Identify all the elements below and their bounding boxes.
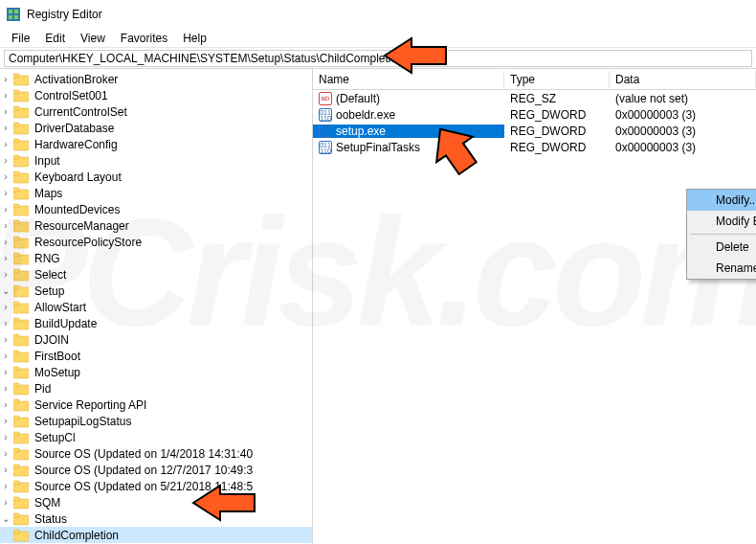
tree-item-source-os-updated-on-12-7-2017-10-49-3[interactable]: ›Source OS (Updated on 12/7/2017 10:49:3: [0, 462, 312, 478]
tree-toggle[interactable]: ›: [0, 220, 11, 232]
tree-toggle[interactable]: ›: [0, 171, 11, 183]
tree-item-sqm[interactable]: ›SQM: [0, 494, 312, 510]
menu-rename[interactable]: Rename: [687, 258, 756, 279]
tree-toggle[interactable]: ›: [0, 204, 11, 215]
binary-value-icon: 011110: [319, 125, 332, 138]
list-body: ab(Default)REG_SZ(value not set)011110oo…: [313, 90, 756, 155]
tree-item-djoin[interactable]: ›DJOIN: [0, 331, 312, 348]
tree-toggle[interactable]: ›: [0, 367, 11, 378]
tree-item-source-os-updated-on-5-21-2018-11-48-5[interactable]: ›Source OS (Updated on 5/21/2018 11:48:5: [0, 478, 312, 494]
svg-rect-48: [13, 416, 19, 419]
tree-item-select[interactable]: ›Select: [0, 266, 312, 283]
tree-item-firstboot[interactable]: ›FirstBoot: [0, 348, 312, 364]
folder-icon: [13, 415, 29, 428]
value-row[interactable]: ab(Default)REG_SZ(value not set): [313, 90, 756, 106]
svg-rect-32: [13, 285, 19, 289]
tree-toggle[interactable]: ›: [0, 139, 11, 150]
tree-toggle[interactable]: ›: [0, 448, 11, 460]
tree-item-mosetup[interactable]: ›MoSetup: [0, 364, 312, 380]
tree-toggle[interactable]: ›: [0, 123, 11, 134]
tree-item-allowstart[interactable]: ›AllowStart: [0, 299, 312, 315]
tree-item-controlset001[interactable]: ›ControlSet001: [0, 87, 312, 103]
tree-panel[interactable]: ›ActivationBroker›ControlSet001›CurrentC…: [0, 69, 313, 544]
tree-item-setup[interactable]: ⌄Setup: [0, 283, 312, 299]
tree-toggle[interactable]: ›: [0, 481, 11, 492]
tree-toggle[interactable]: ›: [0, 383, 11, 395]
folder-icon: [13, 284, 29, 298]
svg-rect-1: [9, 10, 12, 13]
tree-item-rng[interactable]: ›RNG: [0, 250, 312, 266]
menu-delete[interactable]: Delete: [687, 237, 756, 258]
tree-toggle[interactable]: ›: [0, 334, 11, 346]
value-row[interactable]: 011110oobeldr.exeREG_DWORD0x00000003 (3): [313, 106, 756, 123]
tree-item-service-reporting-api[interactable]: ›Service Reporting API: [0, 397, 312, 413]
tree-toggle[interactable]: ›: [0, 465, 11, 476]
value-type: REG_DWORD: [504, 108, 610, 122]
tree-item-buildupdate[interactable]: ›BuildUpdate: [0, 315, 312, 331]
tree-item-activationbroker-label: ActivationBroker: [33, 73, 120, 86]
tree-item-resourcemanager[interactable]: ›ResourceManager: [0, 217, 312, 234]
tree-toggle[interactable]: ›: [0, 155, 11, 167]
menu-edit[interactable]: Edit: [37, 30, 73, 47]
tree-item-driverdatabase[interactable]: ›DriverDatabase: [0, 120, 312, 136]
tree-toggle[interactable]: ›: [0, 269, 11, 281]
svg-rect-42: [13, 367, 19, 371]
list-panel[interactable]: Name Type Data ab(Default)REG_SZ(value n…: [313, 69, 756, 544]
folder-icon: [13, 512, 29, 526]
tree-toggle[interactable]: ›: [0, 90, 11, 102]
menu-modify-label: Modify...: [716, 193, 756, 207]
tree-item-mounteddevices[interactable]: ›MountedDevices: [0, 201, 312, 217]
tree-item-status[interactable]: ⌄Status: [0, 510, 312, 527]
address-input[interactable]: [4, 50, 752, 67]
tree-toggle[interactable]: ›: [0, 237, 11, 248]
tree-item-activationbroker[interactable]: ›ActivationBroker: [0, 71, 312, 87]
folder-icon: [13, 203, 29, 216]
svg-rect-52: [13, 448, 19, 452]
tree-toggle[interactable]: ›: [0, 188, 11, 199]
tree-item-source-os-updated-on-1-4-2018-14-31-40[interactable]: ›Source OS (Updated on 1/4/2018 14:31:40: [0, 445, 312, 462]
menu-modify[interactable]: Modify...: [687, 190, 756, 211]
svg-rect-58: [13, 497, 19, 501]
value-row[interactable]: 011110setup.exeREG_DWORD0x00000003 (3): [313, 123, 756, 139]
tree-item-setupapilogstatus[interactable]: ›SetupapiLogStatus: [0, 413, 312, 429]
tree-item-maps[interactable]: ›Maps: [0, 185, 312, 201]
tree-item-resourcepolicystore[interactable]: ›ResourcePolicyStore: [0, 234, 312, 250]
tree-item-input[interactable]: ›Input: [0, 152, 312, 169]
tree-item-setupcl[interactable]: ›SetupCl: [0, 429, 312, 445]
svg-rect-4: [14, 15, 18, 19]
column-data[interactable]: Data: [610, 71, 756, 88]
tree-toggle[interactable]: ›: [0, 302, 11, 313]
menu-file[interactable]: File: [4, 30, 37, 47]
tree-toggle[interactable]: ⌄: [0, 285, 11, 297]
menu-view[interactable]: View: [73, 30, 113, 47]
menu-favorites[interactable]: Favorites: [113, 30, 175, 47]
tree-toggle[interactable]: ›: [0, 253, 11, 264]
folder-icon: [13, 154, 29, 168]
tree-toggle[interactable]: ›: [0, 318, 11, 329]
svg-rect-16: [13, 155, 19, 159]
tree-item-pid[interactable]: ›Pid: [0, 380, 312, 397]
value-row[interactable]: 011110SetupFinalTasksREG_DWORD0x00000003…: [313, 139, 756, 155]
tree-item-currentcontrolset[interactable]: ›CurrentControlSet: [0, 103, 312, 120]
menu-help[interactable]: Help: [175, 30, 214, 47]
tree-toggle[interactable]: ›: [0, 106, 11, 118]
tree-item-hardwareconfig[interactable]: ›HardwareConfig: [0, 136, 312, 152]
tree-item-allowstart-label: AllowStart: [33, 301, 88, 314]
content-area: ›ActivationBroker›ControlSet001›CurrentC…: [0, 69, 756, 544]
tree-toggle[interactable]: ›: [0, 497, 11, 509]
tree-item-keyboard-layout[interactable]: ›Keyboard Layout: [0, 169, 312, 185]
tree-toggle[interactable]: ›: [0, 74, 11, 85]
menu-modify-binary[interactable]: Modify Binary Data...: [687, 211, 756, 232]
tree-item-childcompletion[interactable]: ChildCompletion: [0, 527, 312, 543]
tree-toggle[interactable]: ›: [0, 416, 11, 427]
column-type[interactable]: Type: [504, 71, 610, 88]
tree-item-rng-label: RNG: [33, 252, 62, 265]
value-type: REG_DWORD: [504, 141, 610, 154]
folder-icon: [13, 89, 29, 102]
tree-toggle[interactable]: ›: [0, 399, 11, 411]
tree-toggle[interactable]: ⌄: [0, 513, 11, 525]
tree-toggle[interactable]: ›: [0, 432, 11, 443]
column-name[interactable]: Name: [313, 71, 504, 88]
tree-toggle[interactable]: ›: [0, 351, 11, 362]
folder-icon: [13, 301, 29, 314]
